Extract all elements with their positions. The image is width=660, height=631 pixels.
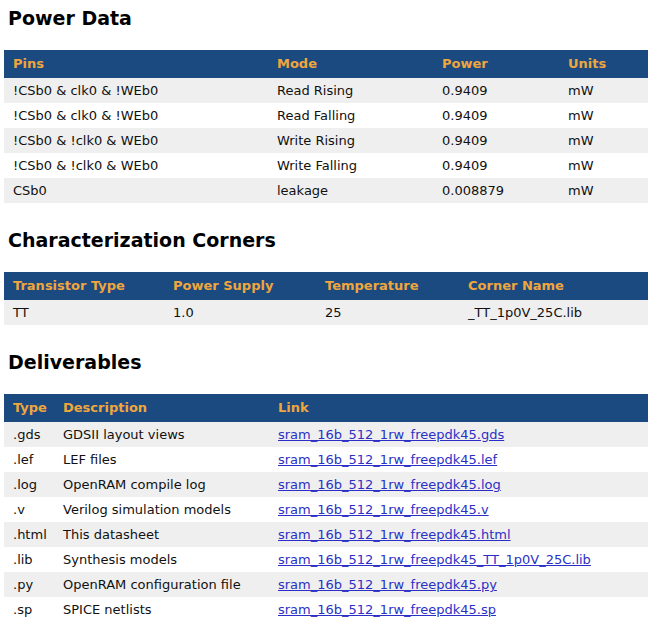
- deliverable-link[interactable]: sram_16b_512_1rw_freepdk45.gds: [278, 427, 504, 442]
- table-row: .spSPICE netlistssram_16b_512_1rw_freepd…: [4, 597, 648, 622]
- table-row: .pyOpenRAM configuration filesram_16b_51…: [4, 572, 648, 597]
- column-header: Description: [54, 394, 269, 422]
- table-cell: 1.0: [164, 300, 316, 325]
- table-cell: OpenRAM configuration file: [54, 572, 269, 597]
- table-cell: sram_16b_512_1rw_freepdk45.v: [269, 497, 648, 522]
- characterization-corners-table: Transistor TypePower SupplyTemperatureCo…: [4, 272, 648, 325]
- table-header-row: Transistor TypePower SupplyTemperatureCo…: [4, 272, 648, 300]
- deliverables-table: TypeDescriptionLink.gdsGDSII layout view…: [4, 394, 648, 622]
- table-cell: sram_16b_512_1rw_freepdk45.gds: [269, 422, 648, 447]
- deliverable-link[interactable]: sram_16b_512_1rw_freepdk45.v: [278, 502, 489, 517]
- characterization-corners-heading: Characterization Corners: [8, 230, 652, 250]
- table-cell: Read Falling: [268, 103, 433, 128]
- deliverables-heading: Deliverables: [8, 352, 652, 372]
- column-header: Corner Name: [459, 272, 648, 300]
- deliverable-link[interactable]: sram_16b_512_1rw_freepdk45.html: [278, 527, 511, 542]
- table-cell: sram_16b_512_1rw_freepdk45.html: [269, 522, 648, 547]
- table-header-row: TypeDescriptionLink: [4, 394, 648, 422]
- column-header: Mode: [268, 50, 433, 78]
- table-cell: 0.008879: [433, 178, 559, 203]
- column-header: Link: [269, 394, 648, 422]
- table-cell: .lef: [4, 447, 54, 472]
- table-cell: sram_16b_512_1rw_freepdk45.sp: [269, 597, 648, 622]
- power-data-heading: Power Data: [8, 8, 652, 28]
- deliverable-link[interactable]: sram_16b_512_1rw_freepdk45.log: [278, 477, 501, 492]
- table-cell: mW: [559, 178, 648, 203]
- table-cell: .gds: [4, 422, 54, 447]
- table-cell: 0.9409: [433, 103, 559, 128]
- table-cell: SPICE netlists: [54, 597, 269, 622]
- table-row: !CSb0 & !clk0 & WEb0Write Falling0.9409m…: [4, 153, 648, 178]
- table-cell: !CSb0 & clk0 & !WEb0: [4, 78, 268, 103]
- table-cell: Read Rising: [268, 78, 433, 103]
- table-cell: 0.9409: [433, 128, 559, 153]
- table-cell: Write Rising: [268, 128, 433, 153]
- table-cell: .html: [4, 522, 54, 547]
- table-cell: .log: [4, 472, 54, 497]
- table-row: .htmlThis datasheetsram_16b_512_1rw_free…: [4, 522, 648, 547]
- table-cell: mW: [559, 128, 648, 153]
- table-row: CSb0leakage0.008879mW: [4, 178, 648, 203]
- deliverable-link[interactable]: sram_16b_512_1rw_freepdk45_TT_1p0V_25C.l…: [278, 552, 591, 567]
- table-cell: CSb0: [4, 178, 268, 203]
- column-header: Power Supply: [164, 272, 316, 300]
- table-cell: Write Falling: [268, 153, 433, 178]
- table-cell: TT: [4, 300, 164, 325]
- table-cell: _TT_1p0V_25C.lib: [459, 300, 648, 325]
- table-row: !CSb0 & !clk0 & WEb0Write Rising0.9409mW: [4, 128, 648, 153]
- column-header: Power: [433, 50, 559, 78]
- table-cell: 25: [316, 300, 459, 325]
- table-row: TT1.025_TT_1p0V_25C.lib: [4, 300, 648, 325]
- table-cell: mW: [559, 103, 648, 128]
- table-cell: !CSb0 & clk0 & !WEb0: [4, 103, 268, 128]
- table-cell: Verilog simulation models: [54, 497, 269, 522]
- table-row: .lefLEF filessram_16b_512_1rw_freepdk45.…: [4, 447, 648, 472]
- deliverable-link[interactable]: sram_16b_512_1rw_freepdk45.sp: [278, 602, 496, 617]
- table-row: .gdsGDSII layout viewssram_16b_512_1rw_f…: [4, 422, 648, 447]
- power-data-table: PinsModePowerUnits!CSb0 & clk0 & !WEb0Re…: [4, 50, 648, 203]
- table-cell: sram_16b_512_1rw_freepdk45_TT_1p0V_25C.l…: [269, 547, 648, 572]
- table-cell: OpenRAM compile log: [54, 472, 269, 497]
- table-cell: mW: [559, 78, 648, 103]
- table-cell: GDSII layout views: [54, 422, 269, 447]
- table-cell: 0.9409: [433, 78, 559, 103]
- table-row: .libSynthesis modelssram_16b_512_1rw_fre…: [4, 547, 648, 572]
- table-cell: !CSb0 & !clk0 & WEb0: [4, 128, 268, 153]
- column-header: Units: [559, 50, 648, 78]
- table-cell: .v: [4, 497, 54, 522]
- table-cell: mW: [559, 153, 648, 178]
- table-cell: sram_16b_512_1rw_freepdk45.py: [269, 572, 648, 597]
- table-cell: !CSb0 & !clk0 & WEb0: [4, 153, 268, 178]
- deliverable-link[interactable]: sram_16b_512_1rw_freepdk45.py: [278, 577, 497, 592]
- table-cell: .py: [4, 572, 54, 597]
- column-header: Pins: [4, 50, 268, 78]
- column-header: Type: [4, 394, 54, 422]
- table-cell: This datasheet: [54, 522, 269, 547]
- table-row: .vVerilog simulation modelssram_16b_512_…: [4, 497, 648, 522]
- table-cell: leakage: [268, 178, 433, 203]
- datasheet-page: Power Data PinsModePowerUnits!CSb0 & clk…: [0, 0, 660, 630]
- deliverable-link[interactable]: sram_16b_512_1rw_freepdk45.lef: [278, 452, 497, 467]
- column-header: Transistor Type: [4, 272, 164, 300]
- column-header: Temperature: [316, 272, 459, 300]
- table-cell: .sp: [4, 597, 54, 622]
- table-cell: 0.9409: [433, 153, 559, 178]
- table-row: !CSb0 & clk0 & !WEb0Read Falling0.9409mW: [4, 103, 648, 128]
- table-cell: sram_16b_512_1rw_freepdk45.lef: [269, 447, 648, 472]
- table-row: .logOpenRAM compile logsram_16b_512_1rw_…: [4, 472, 648, 497]
- table-cell: LEF files: [54, 447, 269, 472]
- table-cell: .lib: [4, 547, 54, 572]
- table-cell: sram_16b_512_1rw_freepdk45.log: [269, 472, 648, 497]
- table-header-row: PinsModePowerUnits: [4, 50, 648, 78]
- table-cell: Synthesis models: [54, 547, 269, 572]
- table-row: !CSb0 & clk0 & !WEb0Read Rising0.9409mW: [4, 78, 648, 103]
